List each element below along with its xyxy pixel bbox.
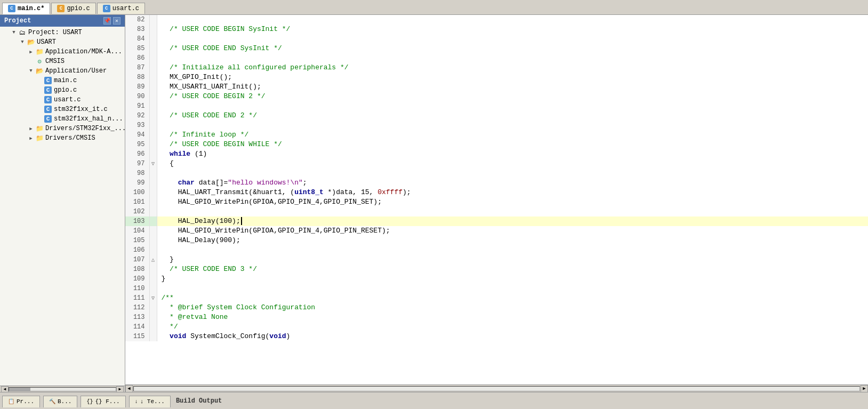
code-line[interactable] [157,284,868,293]
tab-main-c[interactable]: C main.c* [2,3,50,14]
toggle-project[interactable]: ▼ [11,29,17,36]
bottom-tab-problems[interactable]: {} {} F... [81,396,125,407]
sidebar-scroll-left[interactable]: ◀ [1,386,9,392]
bottom-tab-properties[interactable]: 📋 Pr... [2,396,40,407]
code-line[interactable]: HAL_GPIO_WritePin(GPIOA,GPIO_PIN_4,GPIO_… [157,197,868,207]
fold-col[interactable]: △ [149,255,157,264]
code-line[interactable] [157,101,868,111]
sidebar-label-stm32-hal: stm32f1xx_hal_n... [54,115,123,123]
table-row: 95 /* USER CODE BEGIN WHILE */ [125,140,868,149]
code-line[interactable]: /* Infinite loop */ [157,130,868,140]
table-row: 94 /* Infinite loop */ [125,130,868,140]
sidebar-item-appuser[interactable]: ▼ 📂 Application/User [0,66,125,76]
bottom-tab-build[interactable]: 🔨 B... [43,396,77,407]
toggle-usart[interactable]: ▼ [19,39,26,45]
sidebar-item-cmsis[interactable]: ⚙ CMSIS [0,57,125,66]
code-line[interactable]: { [157,159,868,169]
fold-col[interactable]: ▽ [149,293,157,303]
toggle-drivers-stm32[interactable]: ▶ [28,125,34,132]
sidebar-scroll-track[interactable] [9,387,116,391]
sidebar-close-icon[interactable]: ✕ [113,17,120,25]
editor-scroll-right[interactable]: ▶ [861,385,868,392]
sidebar-title: Project [4,17,31,25]
code-line[interactable]: * @retval None [157,312,868,322]
code-line[interactable]: /* USER CODE BEGIN SysInit */ [157,25,868,34]
code-line[interactable] [157,207,868,216]
table-row: 111 ▽ /** [125,293,868,303]
sidebar-item-stm32-it[interactable]: C stm32f1xx_it.c [0,105,125,114]
line-number: 89 [125,82,149,92]
sidebar-item-gpio-c[interactable]: C gpio.c [0,85,125,95]
code-line[interactable]: */ [157,322,868,332]
sidebar-item-drivers-cmsis[interactable]: ▶ 📁 Drivers/CMSIS [0,133,125,143]
code-editor[interactable]: 82 83 /* USER CODE BEGIN SysInit */ 84 [125,15,868,384]
table-row: 89 MX_USART1_UART_Init(); [125,82,868,92]
code-line[interactable]: /* Initialize all configured peripherals… [157,63,868,73]
sidebar-scroll-right[interactable]: ▶ [116,386,124,392]
code-line[interactable]: while (1) [157,149,868,159]
sidebar-item-main-c[interactable]: C main.c [0,76,125,85]
fold-col [149,226,157,236]
tab-gpio-c[interactable]: C gpio.c [51,3,95,14]
code-line[interactable] [157,169,868,178]
code-line[interactable]: MX_USART1_UART_Init(); [157,82,868,92]
code-line[interactable]: } [157,274,868,284]
code-line[interactable]: /* USER CODE BEGIN WHILE */ [157,140,868,149]
code-line[interactable]: /* USER CODE BEGIN 2 */ [157,92,868,101]
code-line[interactable]: /* USER CODE END 2 */ [157,111,868,121]
sidebar-item-drivers-stm32[interactable]: ▶ 📁 Drivers/STM32F1xx_... [0,124,125,133]
code-line[interactable]: * @brief System Clock Configuration [157,303,868,312]
code-line[interactable]: /* USER CODE END SysInit */ [157,44,868,53]
table-row: 103 HAL_Delay(100); [125,216,868,226]
code-line[interactable]: HAL_Delay(900); [157,236,868,245]
line-number: 84 [125,34,149,44]
toggle-appuser[interactable]: ▼ [28,68,34,74]
bottom-tab-terminal[interactable]: ↓ ↓ Te... [129,396,171,407]
toggle-app-mdk[interactable]: ▶ [28,49,34,55]
table-row: 91 [125,101,868,111]
sidebar-label-drivers-cmsis: Drivers/CMSIS [45,134,95,142]
sidebar-item-usart-root[interactable]: ▼ 📂 USART [0,37,125,47]
table-row: 115 void SystemClock_Config(void) [125,332,868,341]
code-line[interactable]: HAL_UART_Transmit(&huart1, (uint8_t *)da… [157,188,868,197]
code-line[interactable] [157,15,868,25]
tab-usart-c[interactable]: C usart.c [97,3,145,14]
table-row: 85 /* USER CODE END SysInit */ [125,44,868,53]
code-line[interactable] [157,245,868,255]
toggle-drivers-cmsis[interactable]: ▶ [28,135,34,141]
sidebar-item-application-mdk[interactable]: ▶ 📁 Application/MDK-A... [0,47,125,57]
sidebar-item-stm32-hal[interactable]: C stm32f1xx_hal_n... [0,114,125,124]
table-row: 110 [125,284,868,293]
code-line[interactable]: HAL_GPIO_WritePin(GPIOA,GPIO_PIN_4,GPIO_… [157,226,868,236]
fold-col[interactable]: ▽ [149,159,157,169]
code-line[interactable] [157,121,868,130]
toggle-stm32-it [36,106,43,113]
sidebar-label-appmdk: Application/MDK-A... [45,48,122,55]
line-number: 88 [125,73,149,82]
code-line[interactable]: /** [157,293,868,303]
table-row: 96 while (1) [125,149,868,159]
editor-scroll-track[interactable] [133,386,860,391]
sidebar-pin-icon[interactable]: 📌 [103,17,111,25]
code-line[interactable] [157,34,868,44]
editor-hscrollbar[interactable]: ◀ ▶ [125,384,868,392]
sidebar-item-project-root[interactable]: ▼ 🗂 Project: USART [0,28,125,37]
code-table: 82 83 /* USER CODE BEGIN SysInit */ 84 [125,15,868,341]
sidebar-hscrollbar[interactable]: ◀ ▶ [0,386,125,392]
code-line[interactable]: MX_GPIO_Init(); [157,73,868,82]
code-line[interactable] [157,53,868,63]
sidebar-item-usart-c[interactable]: C usart.c [0,95,125,105]
code-line[interactable]: } [157,255,868,264]
sidebar-scroll-thumb[interactable] [9,388,30,391]
code-line[interactable]: char data[]="hello windows!\n"; [157,178,868,188]
table-row: 101 HAL_GPIO_WritePin(GPIOA,GPIO_PIN_4,G… [125,197,868,207]
main-area: Project 📌 ✕ ▼ 🗂 Project: USART ▼ 📂 USART [0,15,868,392]
code-line[interactable]: /* USER CODE END 3 */ [157,264,868,274]
code-line[interactable]: HAL_Delay(100); [157,216,868,226]
sidebar-header: Project 📌 ✕ [0,15,125,27]
line-number: 106 [125,245,149,255]
editor-scroll-left[interactable]: ◀ [125,385,133,392]
line-number: 104 [125,226,149,236]
code-line[interactable]: void SystemClock_Config(void) [157,332,868,341]
sidebar-label-main: main.c [54,77,77,84]
